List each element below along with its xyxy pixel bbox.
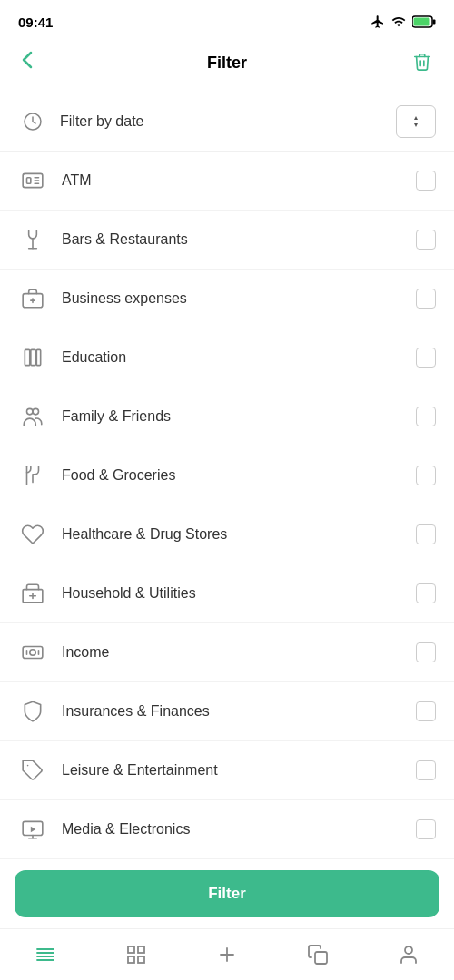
svg-rect-5 <box>27 178 31 184</box>
category-list: ATM Bars & Restaurants <box>0 152 454 859</box>
checkbox-healthcare[interactable] <box>416 524 436 544</box>
category-left: Leisure & Entertainment <box>18 756 218 785</box>
back-button[interactable] <box>18 47 36 78</box>
media-icon <box>18 815 47 844</box>
category-name-family: Family & Friends <box>62 408 171 425</box>
checkbox-insurance[interactable] <box>416 701 436 721</box>
category-item-leisure[interactable]: Leisure & Entertainment <box>0 741 454 800</box>
category-left: Income <box>18 638 109 667</box>
svg-marker-28 <box>31 827 35 833</box>
category-item-atm[interactable]: ATM <box>0 152 454 211</box>
category-item-education[interactable]: Education <box>0 328 454 387</box>
bars-icon <box>18 225 47 254</box>
atm-icon <box>18 166 47 195</box>
checkbox-bars[interactable] <box>416 230 436 250</box>
page-title: Filter <box>207 54 247 73</box>
household-icon <box>18 579 47 608</box>
nav-item-grid[interactable] <box>116 940 156 969</box>
category-left: Food & Groceries <box>18 461 175 490</box>
checkbox-media[interactable] <box>416 819 436 839</box>
svg-point-23 <box>30 650 36 656</box>
svg-point-17 <box>27 408 34 415</box>
wifi-icon <box>390 15 407 29</box>
status-bar: 09:41 <box>0 0 454 40</box>
leisure-icon <box>18 756 47 785</box>
category-left: Healthcare & Drug Stores <box>18 520 227 549</box>
clock-icon <box>18 107 47 136</box>
filter-button-container: Filter <box>0 859 454 928</box>
checkbox-household[interactable] <box>416 583 436 603</box>
healthcare-icon <box>18 520 47 549</box>
svg-rect-36 <box>138 956 144 963</box>
header: Filter <box>0 40 454 93</box>
svg-rect-22 <box>23 647 43 659</box>
category-item-income[interactable]: Income <box>0 623 454 682</box>
status-time: 09:41 <box>18 15 53 30</box>
airplane-icon <box>370 15 385 29</box>
svg-rect-33 <box>128 946 134 953</box>
food-icon <box>18 461 47 490</box>
checkbox-business[interactable] <box>416 289 436 309</box>
svg-rect-39 <box>315 952 327 964</box>
category-item-media[interactable]: Media & Electronics <box>0 800 454 859</box>
category-left: Insurances & Finances <box>18 697 210 726</box>
filter-date-row[interactable]: Filter by date <box>0 93 454 152</box>
category-left: Business expenses <box>18 284 187 313</box>
checkbox-education[interactable] <box>416 348 436 368</box>
filter-date-label: Filter by date <box>60 113 143 130</box>
nav-item-profile[interactable] <box>389 940 429 969</box>
svg-rect-15 <box>31 349 35 365</box>
bottom-nav <box>0 928 454 976</box>
svg-rect-16 <box>36 349 40 365</box>
business-icon <box>18 284 47 313</box>
filter-date-left: Filter by date <box>18 107 143 136</box>
category-left: Household & Utilities <box>18 579 196 608</box>
svg-point-18 <box>33 408 39 415</box>
checkbox-food[interactable] <box>416 466 436 485</box>
category-item-family[interactable]: Family & Friends <box>0 387 454 446</box>
category-item-food[interactable]: Food & Groceries <box>0 446 454 505</box>
category-name-bars: Bars & Restaurants <box>62 231 188 248</box>
svg-rect-14 <box>25 349 29 365</box>
insurance-icon <box>18 697 47 726</box>
category-name-household: Household & Utilities <box>62 585 196 602</box>
checkbox-income[interactable] <box>416 642 436 662</box>
category-name-leisure: Leisure & Entertainment <box>62 762 218 779</box>
checkbox-atm[interactable] <box>416 171 436 191</box>
category-item-household[interactable]: Household & Utilities <box>0 564 454 623</box>
category-name-media: Media & Electronics <box>62 821 190 838</box>
svg-rect-4 <box>23 173 43 187</box>
home-indicator <box>0 976 454 980</box>
category-left: ATM <box>18 166 92 195</box>
checkbox-leisure[interactable] <box>416 760 436 780</box>
svg-rect-2 <box>433 20 436 24</box>
category-left: Media & Electronics <box>18 815 190 844</box>
nav-item-list[interactable] <box>25 940 65 969</box>
status-icons <box>370 15 436 29</box>
battery-icon <box>412 15 436 28</box>
filter-button[interactable]: Filter <box>15 870 439 917</box>
education-icon <box>18 343 47 372</box>
trash-button[interactable] <box>409 48 436 78</box>
category-name-atm: ATM <box>62 172 92 189</box>
category-item-bars[interactable]: Bars & Restaurants <box>0 211 454 270</box>
category-name-healthcare: Healthcare & Drug Stores <box>62 526 227 543</box>
date-select-box[interactable] <box>396 105 436 138</box>
category-left: Bars & Restaurants <box>18 225 188 254</box>
category-item-insurance[interactable]: Insurances & Finances <box>0 682 454 741</box>
svg-rect-34 <box>138 946 144 953</box>
category-name-education: Education <box>62 349 126 366</box>
category-name-food: Food & Groceries <box>62 467 175 484</box>
svg-rect-35 <box>128 956 134 963</box>
category-name-insurance: Insurances & Finances <box>62 703 210 720</box>
category-left: Family & Friends <box>18 402 171 431</box>
category-item-business[interactable]: Business expenses <box>0 270 454 328</box>
family-icon <box>18 402 47 431</box>
category-name-business: Business expenses <box>62 290 187 307</box>
nav-item-copy[interactable] <box>298 940 338 969</box>
nav-item-add[interactable] <box>207 940 247 969</box>
svg-point-40 <box>405 946 412 954</box>
checkbox-family[interactable] <box>416 407 436 426</box>
category-name-income: Income <box>62 644 109 661</box>
category-item-healthcare[interactable]: Healthcare & Drug Stores <box>0 505 454 564</box>
